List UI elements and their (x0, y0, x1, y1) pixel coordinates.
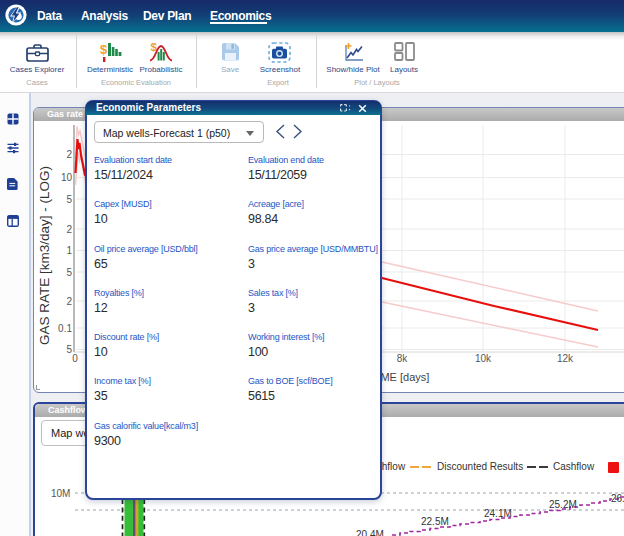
svg-text:10: 10 (61, 172, 73, 183)
svg-text:$: $ (100, 42, 108, 57)
svg-text:12k: 12k (557, 353, 574, 364)
svg-text:5: 5 (66, 267, 72, 278)
svg-text:5: 5 (66, 194, 72, 205)
svg-text:1: 1 (66, 245, 72, 256)
svg-text:8k: 8k (397, 353, 409, 364)
svg-text:0: 0 (72, 353, 78, 364)
svg-text:2: 2 (66, 296, 72, 307)
svg-text:10k: 10k (475, 353, 492, 364)
svg-text:2: 2 (66, 224, 72, 235)
svg-text:0.1: 0.1 (58, 323, 72, 334)
svg-text:GAS RATE [km3/day] - (LOG): GAS RATE [km3/day] - (LOG) (37, 166, 52, 345)
svg-text:2: 2 (66, 149, 72, 160)
